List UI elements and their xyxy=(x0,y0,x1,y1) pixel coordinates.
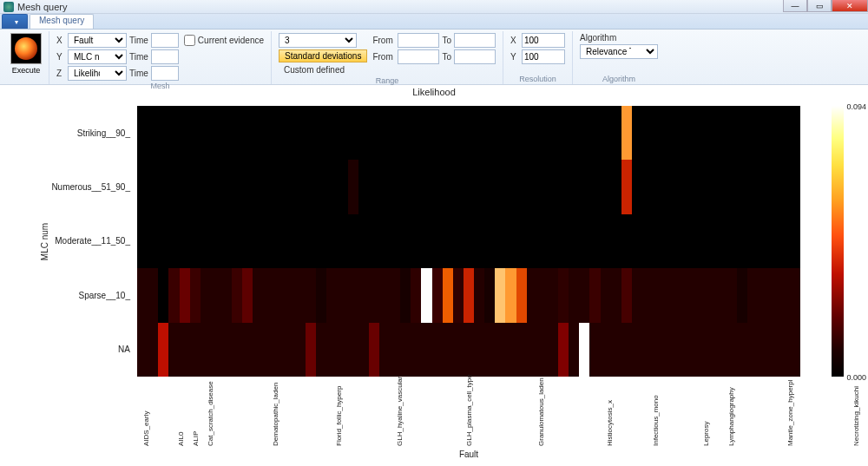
current-evidence-checkbox[interactable]: Current evidence xyxy=(184,35,264,46)
y-tick: NA xyxy=(0,345,135,354)
heatmap-cell xyxy=(674,323,684,377)
heatmap-cell xyxy=(379,160,390,213)
algorithm-select[interactable]: Relevance Tree xyxy=(580,44,658,59)
mesh-x-select[interactable]: Fault xyxy=(68,33,127,48)
heatmap-cell xyxy=(769,160,779,213)
heatmap-cell xyxy=(527,160,537,213)
mesh-z-select[interactable]: Likelihood xyxy=(68,66,127,81)
close-button[interactable]: ✕ xyxy=(832,0,868,12)
heatmap-cell xyxy=(790,160,800,213)
heatmap-cell xyxy=(632,214,642,268)
heatmap-cell xyxy=(337,160,347,213)
heatmap-cell xyxy=(653,160,663,213)
y-tick: Moderate__11_50_ xyxy=(0,236,135,246)
file-menu-button[interactable] xyxy=(2,14,28,29)
heatmap-cell xyxy=(201,323,211,377)
heatmap-cell xyxy=(727,268,737,322)
x-tick: Infectious_mono xyxy=(652,395,660,446)
mesh-y-time-input[interactable] xyxy=(151,49,179,64)
heatmap-cell xyxy=(201,268,211,322)
heatmap-cell xyxy=(242,106,253,160)
mesh-z-time-input[interactable] xyxy=(151,66,179,81)
range-to-1-input[interactable] xyxy=(454,33,496,48)
heatmap-cell xyxy=(632,160,642,213)
current-evidence-input[interactable] xyxy=(184,35,195,46)
res-x-input[interactable] xyxy=(522,33,565,48)
minimize-button[interactable]: — xyxy=(783,0,807,12)
range-from-1-input[interactable] xyxy=(398,33,439,48)
execute-label: Execute xyxy=(12,66,41,75)
group-range-label: Range xyxy=(279,75,496,86)
heatmap-cell xyxy=(464,214,474,268)
heatmap-cell xyxy=(611,160,621,213)
heatmap-cell xyxy=(242,214,253,268)
heatmap-cell xyxy=(737,106,747,160)
heatmap-cell xyxy=(611,106,621,160)
heatmap-cell xyxy=(747,268,758,322)
range-custom-button[interactable]: Custom defined xyxy=(279,64,367,75)
x-tick: Necrotizing_kikuchi xyxy=(852,386,860,446)
x-tick: Leprosy xyxy=(702,422,710,446)
heatmap-cell xyxy=(537,160,548,213)
heatmap-cell xyxy=(642,160,653,213)
heatmap-cell xyxy=(411,160,421,213)
heatmap-cell xyxy=(663,323,674,377)
heatmap-cell xyxy=(348,323,358,377)
heatmap-cell xyxy=(369,268,379,322)
tab-mesh-query[interactable]: Mesh query xyxy=(30,14,94,29)
heatmap-cell xyxy=(348,268,358,322)
y-tick: Numerous__51_90_ xyxy=(0,182,135,192)
mesh-x-time-label: Time xyxy=(129,36,148,45)
heatmap-cell xyxy=(400,214,411,268)
heatmap-cell xyxy=(527,106,537,160)
heatmap-cell xyxy=(758,323,768,377)
heatmap-cell xyxy=(337,268,347,322)
range-from-2-input[interactable] xyxy=(398,49,439,64)
heatmap-cell xyxy=(421,214,431,268)
range-sd-button[interactable]: Standard deviations xyxy=(279,49,367,62)
heatmap-cell xyxy=(653,214,663,268)
heatmap-cell xyxy=(369,214,379,268)
heatmap-cell xyxy=(495,160,505,213)
heatmap-cell xyxy=(232,268,242,322)
heatmap-cell xyxy=(390,160,400,213)
heatmap-cell xyxy=(190,268,201,322)
maximize-button[interactable]: ▭ xyxy=(807,0,832,12)
heatmap-cell xyxy=(358,214,369,268)
mesh-x-time-input[interactable] xyxy=(151,33,179,48)
heatmap-cell xyxy=(158,214,168,268)
heatmap-cell xyxy=(432,214,443,268)
range-sd-select[interactable]: 3 xyxy=(279,33,357,48)
heatmap-cell xyxy=(516,323,527,377)
heatmap-cell xyxy=(548,268,558,322)
heatmap-cell xyxy=(253,323,263,377)
heatmap-cell xyxy=(180,323,190,377)
heatmap-cell xyxy=(285,323,295,377)
y-axis-ticks: Striking__90_Numerous__51_90_Moderate__1… xyxy=(0,106,135,377)
x-tick: Cat_scratch_disease xyxy=(207,381,214,446)
execute-icon[interactable] xyxy=(10,33,42,64)
heatmap-cell xyxy=(285,160,295,213)
heatmap-cell xyxy=(326,323,337,377)
res-y-input[interactable] xyxy=(522,49,565,64)
heatmap-cell xyxy=(221,214,232,268)
heatmap-cell xyxy=(358,160,369,213)
heatmap-cell xyxy=(632,106,642,160)
heatmap-cell xyxy=(443,268,453,322)
heatmap-cell xyxy=(326,268,337,322)
heatmap-cell xyxy=(685,323,695,377)
heatmap-cell xyxy=(484,160,495,213)
heatmap-cell xyxy=(558,106,569,160)
heatmap-cell xyxy=(484,268,495,322)
range-to-2-input[interactable] xyxy=(454,49,496,64)
heatmap-cell xyxy=(168,268,179,322)
mesh-y-select[interactable]: MLC num xyxy=(68,49,127,64)
heatmap-cell xyxy=(516,214,527,268)
heatmap-cell xyxy=(316,160,326,213)
heatmap-cell xyxy=(674,160,684,213)
heatmap-cell xyxy=(579,268,589,322)
heatmap-cell xyxy=(621,323,632,377)
heatmap-cell xyxy=(221,323,232,377)
heatmap-cell xyxy=(316,323,326,377)
heatmap-cell xyxy=(190,323,201,377)
